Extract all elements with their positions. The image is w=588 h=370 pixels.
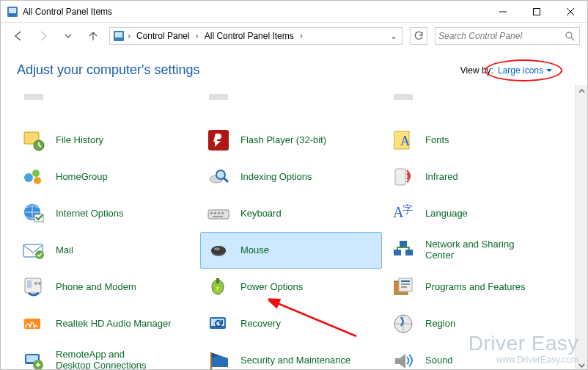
svg-rect-12 bbox=[209, 94, 228, 100]
breadcrumb-control-panel[interactable]: Control Panel bbox=[133, 29, 193, 43]
breadcrumb-all-items[interactable]: All Control Panel Items bbox=[202, 29, 297, 43]
realtek-icon bbox=[21, 311, 47, 337]
cp-item-flash-player-32-bit[interactable]: Flash Player (32-bit) bbox=[200, 122, 382, 159]
control-panel-small-icon bbox=[113, 30, 125, 42]
svg-rect-52 bbox=[401, 280, 410, 282]
cp-item-label: Programs and Features bbox=[425, 282, 526, 293]
cp-item-infrared[interactable]: Infrared bbox=[385, 159, 567, 195]
svg-rect-25 bbox=[395, 169, 405, 185]
items-area: File HistoryFlash Player (32-bit)AFontsH… bbox=[1, 85, 587, 370]
cp-item-label: Internet Options bbox=[56, 208, 124, 220]
cp-item-keyboard[interactable]: Keyboard bbox=[200, 195, 382, 232]
cp-item-power-options[interactable]: Power Options bbox=[200, 269, 382, 305]
svg-rect-62 bbox=[210, 352, 212, 370]
nav-back-button[interactable] bbox=[10, 27, 27, 45]
cp-item-partial[interactable] bbox=[385, 85, 567, 103]
svg-rect-55 bbox=[24, 319, 40, 329]
cp-item-homegroup[interactable]: HomeGroup bbox=[15, 159, 197, 195]
svg-point-9 bbox=[566, 32, 572, 38]
svg-point-46 bbox=[34, 282, 37, 285]
phone-icon bbox=[21, 274, 47, 300]
cut-icon bbox=[390, 85, 416, 102]
region-icon bbox=[390, 311, 416, 337]
scroll-down-button[interactable] bbox=[576, 359, 588, 370]
file-history-icon bbox=[21, 127, 47, 153]
cp-item-label: RemoteApp andDesktop Connections bbox=[56, 349, 147, 370]
indexing-icon bbox=[205, 164, 232, 190]
cp-item-fonts[interactable]: AFonts bbox=[385, 122, 567, 159]
vertical-scrollbar[interactable] bbox=[575, 85, 587, 370]
cp-item-sound[interactable]: Sound bbox=[385, 342, 567, 370]
breadcrumb-chevron-icon[interactable]: › bbox=[194, 31, 200, 41]
scroll-up-button[interactable] bbox=[576, 85, 588, 98]
cp-item-label: Mouse bbox=[240, 245, 269, 256]
svg-rect-2 bbox=[9, 14, 16, 15]
svg-rect-30 bbox=[214, 212, 216, 214]
search-placeholder[interactable]: Search Control Panel bbox=[438, 31, 565, 41]
svg-rect-16 bbox=[208, 130, 229, 150]
svg-rect-4 bbox=[534, 8, 540, 15]
cp-item-mail[interactable]: Mail bbox=[15, 232, 197, 269]
power-icon bbox=[205, 274, 232, 300]
cp-item-label: Network and SharingCenter bbox=[425, 239, 514, 261]
cp-item-partial[interactable] bbox=[15, 85, 197, 103]
cp-item-region[interactable]: Region bbox=[385, 305, 567, 342]
mail-icon bbox=[21, 237, 47, 264]
window-titlebar: All Control Panel Items bbox=[1, 1, 587, 23]
svg-rect-32 bbox=[221, 212, 224, 214]
cp-item-internet-options[interactable]: Internet Options bbox=[15, 195, 197, 232]
svg-rect-11 bbox=[24, 94, 43, 100]
refresh-button[interactable] bbox=[410, 27, 427, 45]
svg-text:A: A bbox=[400, 134, 410, 148]
svg-rect-49 bbox=[216, 278, 219, 283]
nav-up-button[interactable] bbox=[84, 27, 102, 45]
cp-item-language[interactable]: A字Language bbox=[385, 195, 567, 232]
cut-icon bbox=[205, 85, 232, 102]
nav-forward-button[interactable] bbox=[34, 27, 52, 45]
search-icon[interactable] bbox=[565, 31, 576, 41]
cp-item-label: Flash Player (32-bit) bbox=[240, 135, 326, 146]
cp-item-label: File History bbox=[56, 135, 103, 146]
cp-item-mouse[interactable]: Mouse bbox=[200, 232, 382, 269]
close-button[interactable] bbox=[554, 1, 587, 23]
nav-history-dropdown[interactable] bbox=[59, 27, 77, 45]
cp-item-network-and-sharing-center[interactable]: Network and SharingCenter bbox=[385, 232, 567, 269]
cp-item-recovery[interactable]: Recovery bbox=[200, 305, 382, 342]
address-bar[interactable]: › Control Panel › All Control Panel Item… bbox=[109, 27, 403, 45]
cp-item-label: Infrared bbox=[425, 172, 458, 183]
svg-rect-8 bbox=[115, 32, 122, 37]
cp-item-realtek-hd-audio-manager[interactable]: Realtek HD Audio Manager bbox=[15, 305, 197, 342]
maximize-button[interactable] bbox=[520, 1, 554, 23]
address-history-dropdown[interactable]: ⌄ bbox=[387, 31, 400, 41]
cp-item-security-and-maintenance[interactable]: Security and Maintenance bbox=[200, 342, 382, 370]
cp-item-label: Fonts bbox=[425, 135, 449, 146]
svg-rect-43 bbox=[400, 241, 407, 247]
cp-item-label: Realtek HD Audio Manager bbox=[56, 319, 172, 330]
breadcrumb-chevron-icon[interactable]: › bbox=[126, 31, 132, 41]
cp-item-partial[interactable] bbox=[200, 85, 382, 103]
svg-point-39 bbox=[211, 246, 226, 255]
keyboard-icon bbox=[205, 200, 232, 227]
svg-rect-29 bbox=[210, 212, 213, 214]
svg-rect-31 bbox=[218, 212, 220, 214]
cp-item-label: Power Options bbox=[240, 282, 303, 293]
programs-icon bbox=[390, 274, 416, 300]
internet-icon bbox=[21, 200, 47, 227]
view-by-dropdown[interactable]: Large icons bbox=[498, 65, 552, 76]
cp-item-label: Language bbox=[425, 208, 468, 220]
cp-item-remoteapp-and-desktop-connections[interactable]: RemoteApp andDesktop Connections bbox=[15, 342, 197, 370]
mouse-icon bbox=[205, 237, 232, 264]
cp-item-phone-and-modem[interactable]: Phone and Modem bbox=[15, 269, 197, 305]
chevron-down-icon bbox=[546, 68, 552, 73]
search-box[interactable]: Search Control Panel bbox=[435, 27, 580, 45]
cut-icon bbox=[21, 85, 47, 102]
breadcrumb-chevron-icon[interactable]: › bbox=[298, 31, 304, 41]
svg-point-47 bbox=[38, 282, 41, 285]
cp-item-label: Mail bbox=[56, 245, 73, 256]
svg-rect-33 bbox=[213, 216, 223, 217]
cp-item-indexing-options[interactable]: Indexing Options bbox=[200, 159, 382, 195]
language-icon: A字 bbox=[390, 200, 416, 227]
minimize-button[interactable] bbox=[486, 1, 520, 23]
cp-item-programs-and-features[interactable]: Programs and Features bbox=[385, 269, 567, 305]
cp-item-file-history[interactable]: File History bbox=[15, 122, 197, 159]
